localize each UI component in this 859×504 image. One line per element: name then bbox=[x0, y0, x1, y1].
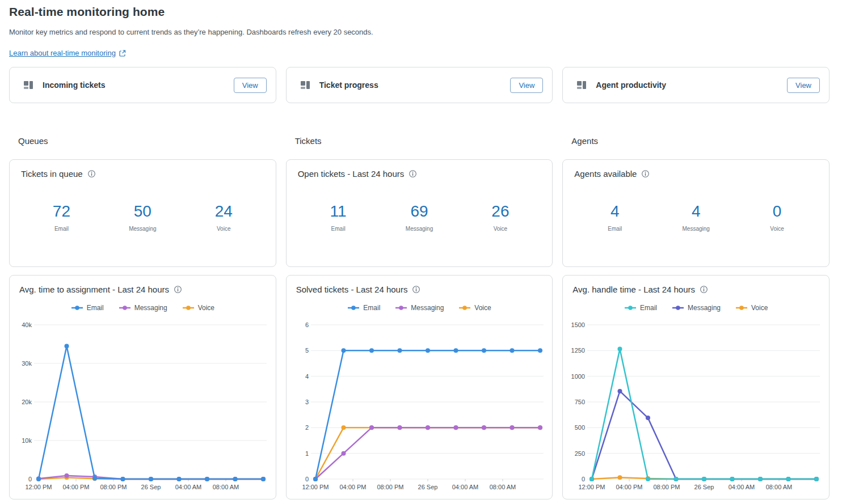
info-icon[interactable] bbox=[409, 170, 417, 178]
legend-item-voice: Voice bbox=[458, 304, 491, 312]
stat-label: Messaging bbox=[102, 226, 183, 232]
page-subtitle: Monitor key metrics and respond to curre… bbox=[9, 27, 829, 37]
stats-row: 11 Email 69 Messaging 26 Voice bbox=[298, 202, 541, 232]
card-title: Open tickets - Last 24 hours bbox=[298, 169, 405, 179]
section-headers-row: Queues Tickets Agents bbox=[9, 136, 829, 146]
svg-text:04:00 AM: 04:00 AM bbox=[452, 484, 478, 490]
legend-marker-icon bbox=[672, 305, 684, 311]
card-title: Tickets in queue bbox=[21, 169, 83, 179]
stat-label: Email bbox=[574, 226, 655, 232]
svg-text:08:00 PM: 08:00 PM bbox=[654, 484, 680, 490]
dashboard-link-card-incoming-tickets: Incoming tickets View bbox=[9, 67, 276, 103]
svg-text:08:00 AM: 08:00 AM bbox=[489, 484, 515, 490]
svg-text:30k: 30k bbox=[22, 360, 32, 367]
info-icon[interactable] bbox=[412, 285, 420, 294]
stat-value: 4 bbox=[655, 202, 736, 221]
legend-label: Email bbox=[640, 304, 657, 312]
legend-item-email: Email bbox=[624, 304, 657, 312]
dashboard-link-label: Ticket progress bbox=[319, 81, 378, 90]
info-icon[interactable] bbox=[87, 170, 96, 178]
legend-marker-icon bbox=[458, 305, 471, 311]
svg-text:12:00 PM: 12:00 PM bbox=[302, 484, 329, 490]
svg-text:12:00 PM: 12:00 PM bbox=[25, 484, 52, 490]
svg-text:2: 2 bbox=[305, 424, 309, 431]
svg-text:4: 4 bbox=[305, 373, 309, 380]
legend-item-messaging: Messaging bbox=[672, 304, 721, 312]
dashboard-link-card-agent-productivity: Agent productivity View bbox=[562, 67, 829, 103]
svg-text:750: 750 bbox=[575, 399, 585, 405]
chart-card-avg-time-to-assignment: Avg. time to assignment - Last 24 hours … bbox=[9, 275, 276, 499]
legend-marker-icon bbox=[624, 305, 637, 311]
learn-link-label: Learn about real-time monitoring bbox=[9, 49, 116, 57]
view-button[interactable]: View bbox=[510, 78, 543, 93]
chart-card-solved-tickets: Solved tickets - Last 24 hours EmailMess… bbox=[286, 275, 553, 499]
card-title: Avg. handle time - Last 24 hours bbox=[572, 285, 695, 294]
stat-value: 11 bbox=[298, 202, 379, 221]
dashboard-link-card-ticket-progress: Ticket progress View bbox=[286, 67, 553, 103]
stat-label: Messaging bbox=[379, 226, 460, 232]
avg-handle-time-chart: 025050075010001250150012:00 PM04:00 PM08… bbox=[569, 315, 822, 490]
legend-label: Messaging bbox=[688, 304, 721, 312]
legend-marker-icon bbox=[182, 305, 195, 311]
stat-label: Email bbox=[21, 226, 102, 232]
info-icon[interactable] bbox=[174, 285, 182, 294]
chart-legend: EmailMessagingVoice bbox=[569, 303, 823, 312]
legend-item-voice: Voice bbox=[735, 304, 768, 312]
view-button[interactable]: View bbox=[234, 78, 267, 93]
stat-value: 4 bbox=[574, 202, 655, 221]
stat-value: 72 bbox=[21, 202, 102, 221]
metric-card-tickets-in-queue: Tickets in queue 72 Email 50 Messaging 2… bbox=[9, 159, 276, 267]
dashboard-icon bbox=[23, 80, 33, 90]
svg-text:08:00 AM: 08:00 AM bbox=[766, 484, 792, 490]
learn-link[interactable]: Learn about real-time monitoring bbox=[9, 49, 126, 57]
svg-text:26 Sep: 26 Sep bbox=[141, 484, 161, 490]
dashboard-icon bbox=[576, 80, 587, 90]
metric-card-agents-available: Agents available 4 Email 4 Messaging 0 V… bbox=[562, 159, 829, 267]
legend-marker-icon bbox=[347, 305, 360, 311]
stat-label: Voice bbox=[183, 226, 264, 232]
legend-marker-icon bbox=[395, 305, 407, 311]
stat-messaging: 69 Messaging bbox=[379, 202, 460, 232]
svg-text:3: 3 bbox=[305, 399, 309, 405]
chart-legend: EmailMessagingVoice bbox=[293, 303, 546, 312]
section-header-tickets: Tickets bbox=[286, 136, 553, 146]
stat-value: 26 bbox=[460, 202, 541, 221]
stat-label: Voice bbox=[736, 226, 818, 232]
legend-marker-icon bbox=[71, 305, 83, 311]
svg-text:250: 250 bbox=[575, 450, 585, 457]
dashboard-link-label: Agent productivity bbox=[596, 81, 666, 90]
svg-text:04:00 AM: 04:00 AM bbox=[729, 484, 755, 490]
legend-item-messaging: Messaging bbox=[395, 304, 444, 312]
dashboard-link-label: Incoming tickets bbox=[43, 81, 105, 90]
svg-text:04:00 PM: 04:00 PM bbox=[616, 484, 643, 490]
svg-text:04:00 PM: 04:00 PM bbox=[62, 484, 89, 490]
dashboard-links-row: Incoming tickets View Ticket progress Vi… bbox=[9, 67, 829, 103]
section-header-queues: Queues bbox=[9, 136, 276, 146]
svg-text:6: 6 bbox=[305, 321, 309, 328]
svg-text:10k: 10k bbox=[22, 437, 32, 444]
svg-text:1: 1 bbox=[305, 450, 309, 457]
svg-text:20k: 20k bbox=[22, 399, 32, 405]
page-title: Real-time monitoring home bbox=[9, 3, 829, 20]
stat-value: 69 bbox=[379, 202, 460, 221]
metric-cards-row: Tickets in queue 72 Email 50 Messaging 2… bbox=[9, 159, 829, 267]
view-button[interactable]: View bbox=[787, 78, 820, 93]
stat-email: 4 Email bbox=[574, 202, 655, 232]
legend-item-email: Email bbox=[347, 304, 380, 312]
stat-value: 50 bbox=[102, 202, 183, 221]
card-title: Solved tickets - Last 24 hours bbox=[296, 285, 408, 294]
legend-marker-icon bbox=[735, 305, 748, 311]
card-title: Agents available bbox=[574, 169, 637, 179]
legend-label: Messaging bbox=[411, 304, 444, 312]
svg-text:0: 0 bbox=[305, 476, 309, 482]
svg-text:04:00 PM: 04:00 PM bbox=[339, 484, 366, 490]
info-icon[interactable] bbox=[700, 285, 708, 294]
info-icon[interactable] bbox=[641, 170, 650, 178]
legend-label: Voice bbox=[474, 304, 491, 312]
chart-card-avg-handle-time: Avg. handle time - Last 24 hours EmailMe… bbox=[562, 275, 829, 499]
legend-label: Messaging bbox=[134, 304, 167, 312]
real-time-monitoring-page: Real-time monitoring home Monitor key me… bbox=[0, 0, 839, 499]
svg-text:1250: 1250 bbox=[571, 347, 585, 354]
svg-text:40k: 40k bbox=[22, 321, 32, 328]
dashboard-icon bbox=[300, 80, 310, 90]
